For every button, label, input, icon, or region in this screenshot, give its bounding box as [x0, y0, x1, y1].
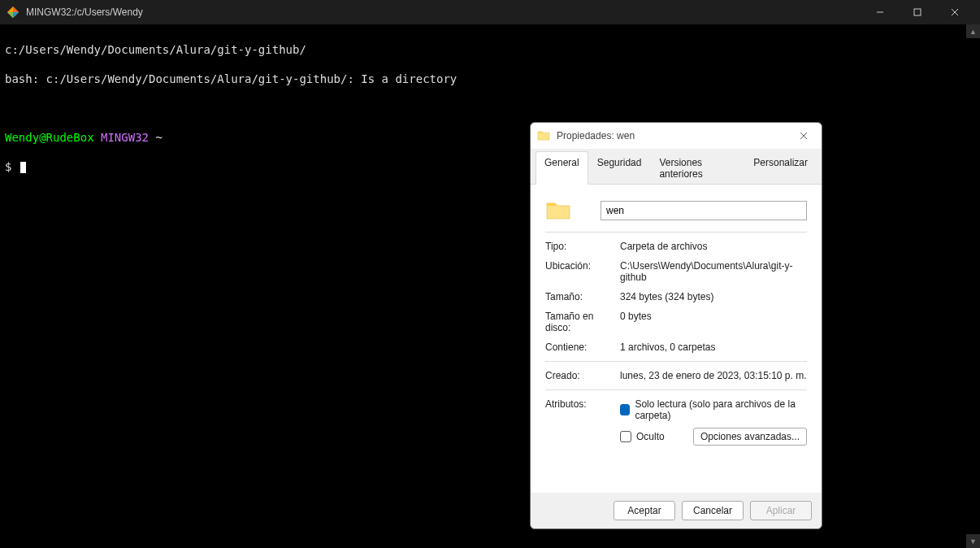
type-label: Tipo: [545, 241, 620, 252]
created-label: Creado: [545, 370, 620, 381]
size-on-disk-value: 0 bytes [620, 311, 807, 333]
scrollbar-up-icon[interactable]: ▲ [966, 24, 980, 38]
cancel-button[interactable]: Cancelar [682, 501, 744, 520]
svg-rect-5 [914, 9, 921, 15]
advanced-options-button[interactable]: Opciones avanzadas... [693, 428, 807, 446]
properties-dialog: Propiedades: wen General Seguridad Versi… [530, 122, 822, 529]
type-value: Carpeta de archivos [620, 241, 807, 252]
window-controls [861, 0, 973, 24]
terminal-window: MINGW32:/c/Users/Wendy c:/Users/Wendy/Do… [0, 0, 980, 548]
maximize-button[interactable] [899, 0, 936, 24]
created-value: lunes, 23 de enero de 2023, 03:15:10 p. … [620, 370, 807, 381]
prompt-env: MINGW32 [101, 131, 149, 144]
close-button[interactable] [936, 0, 973, 24]
app-icon [7, 6, 20, 19]
hidden-checkbox[interactable] [620, 431, 631, 442]
prompt-user: Wendy@RudeBox [5, 131, 94, 144]
dialog-footer: Aceptar Cancelar Aplicar [531, 493, 822, 528]
tab-security[interactable]: Seguridad [588, 151, 651, 185]
terminal-body[interactable]: c:/Users/Wendy/Documents/Alura/git-y-git… [0, 24, 980, 548]
dialog-title: Propiedades: wen [557, 130, 792, 141]
title-bar[interactable]: MINGW32:/c/Users/Wendy [0, 0, 980, 24]
readonly-label: Solo lectura (solo para archivos de la c… [635, 398, 807, 421]
minimize-button[interactable] [861, 0, 899, 24]
terminal-line: bash: c:/Users/Wendy/Documents/Alura/git… [5, 72, 975, 86]
folder-icon [537, 129, 550, 142]
svg-marker-2 [13, 12, 19, 18]
prompt-symbol: $ [5, 160, 11, 173]
cursor [20, 162, 26, 173]
contains-label: Contiene: [545, 341, 620, 353]
tab-general[interactable]: General [536, 151, 588, 185]
apply-button[interactable]: Aplicar [750, 501, 812, 520]
tab-panel-general: Tipo: Carpeta de archivos Ubicación: C:\… [531, 185, 822, 493]
separator [545, 389, 807, 390]
contains-value: 1 archivos, 0 carpetas [620, 341, 807, 353]
terminal-blank-line [5, 101, 975, 115]
folder-icon [545, 198, 571, 224]
location-value: C:\Users\Wendy\Documents\Alura\git-y-git… [620, 260, 807, 283]
scrollbar-down-icon[interactable]: ▼ [966, 534, 980, 548]
readonly-checkbox[interactable] [620, 404, 630, 415]
terminal-input-line: $ [5, 159, 975, 174]
hidden-label: Oculto [636, 431, 665, 442]
terminal-line: c:/Users/Wendy/Documents/Alura/git-y-git… [5, 42, 975, 57]
ok-button[interactable]: Aceptar [614, 501, 675, 520]
svg-marker-1 [13, 7, 19, 12]
tab-customize[interactable]: Personalizar [744, 151, 817, 185]
window-title: MINGW32:/c/Users/Wendy [26, 7, 861, 18]
prompt-path: ~ [155, 131, 162, 144]
terminal-prompt-line: Wendy@RudeBox MINGW32 ~ [5, 130, 975, 145]
separator [545, 361, 807, 362]
size-value: 324 bytes (324 bytes) [620, 291, 807, 302]
dialog-close-button[interactable] [792, 124, 815, 147]
dialog-tabs: General Seguridad Versiones anteriores P… [531, 149, 822, 185]
svg-marker-3 [7, 12, 13, 18]
location-label: Ubicación: [545, 260, 620, 283]
tab-previous-versions[interactable]: Versiones anteriores [650, 151, 744, 185]
size-on-disk-label: Tamaño en disco: [545, 311, 620, 333]
attributes-label: Atributos: [545, 398, 620, 452]
dialog-titlebar[interactable]: Propiedades: wen [531, 123, 822, 149]
separator [545, 232, 807, 233]
folder-name-input[interactable] [601, 201, 807, 220]
size-label: Tamaño: [545, 291, 620, 302]
